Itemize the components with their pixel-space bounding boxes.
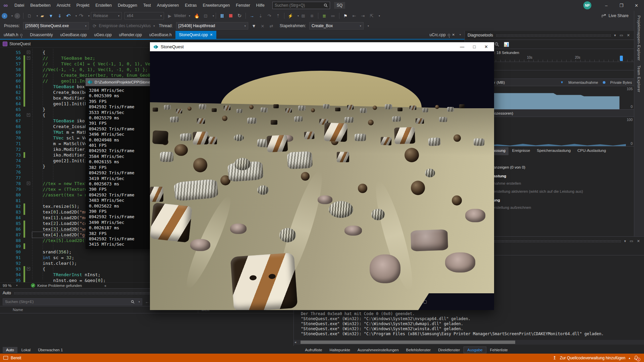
fold-toggle-icon[interactable]: − (27, 51, 30, 54)
notifications-bell-icon[interactable]: 1 (634, 355, 639, 360)
timeline-marker[interactable] (620, 56, 623, 61)
breakpoint-settings-icon[interactable]: ⚡ (286, 12, 294, 19)
live-share-label[interactable]: Live Share (608, 13, 629, 18)
diag-tab-ereignisse[interactable]: Ereignisse (509, 147, 533, 155)
scrollbar-thumb[interactable] (301, 341, 515, 344)
menu-item-erweiterungen[interactable]: Erweiterungen (200, 0, 233, 11)
restore-button[interactable]: ❐ (614, 0, 629, 11)
apply-code-changes-icon[interactable]: ⊡ (202, 12, 210, 19)
game-title-bar[interactable]: StoneQuest — □ ✕ (150, 42, 494, 51)
fold-toggle-icon[interactable]: − (27, 182, 30, 185)
new-file-dropdown[interactable]: ▾ (37, 14, 38, 17)
pin-panel-icon[interactable]: ▭ (630, 239, 634, 243)
fold-toggle-icon[interactable]: − (27, 56, 30, 60)
stop-icon[interactable] (227, 12, 235, 19)
game-viewport[interactable]: ▤ ▢ (150, 51, 494, 310)
quick-search-input[interactable]: Suchen (Strg+Q) (272, 2, 330, 9)
column-name[interactable]: Name (13, 308, 23, 312)
panel-tab-auto[interactable]: Auto (3, 347, 17, 353)
output-horizontal-scrollbar[interactable]: ◂ (294, 340, 644, 345)
game-close-button[interactable]: ✕ (484, 44, 488, 49)
game-window[interactable]: StoneQuest — □ ✕ ▤ ▢ (150, 42, 494, 310)
step-into-icon[interactable]: ⇣ (257, 12, 265, 19)
navigate-back-icon[interactable]: ‹ (0, 12, 8, 19)
comment-list-icon[interactable]: ≔ (329, 12, 337, 19)
navigate-back-dropdown[interactable]: ▾ (11, 14, 13, 17)
menu-item-ansicht[interactable]: Ansicht (54, 0, 73, 11)
solution-platform-select[interactable]: x64▾ (124, 12, 164, 19)
zoom-out-icon[interactable] (494, 42, 499, 47)
solution-explorer-vertical-tab[interactable]: Projektmappen-Explorer (637, 15, 641, 61)
tab-overflow-dropdown[interactable]: ▾ (460, 31, 461, 39)
solution-configuration-select[interactable]: Release▾ (91, 12, 122, 19)
navigate-forward-icon[interactable]: › (13, 12, 21, 19)
game-maximize-button[interactable]: □ (473, 44, 476, 49)
tab-ugeobase-h[interactable]: uGeoBase.h (146, 31, 175, 39)
redo-dropdown[interactable]: ▾ (88, 14, 90, 17)
fold-toggle-icon[interactable]: − (27, 267, 30, 270)
tab-urender-cpp[interactable]: uRender.cpp (115, 31, 146, 39)
tab-ugeobase-cpp[interactable]: uGeoBase.cpp (56, 31, 90, 39)
previous-bookmark-icon[interactable]: ⇤ (350, 12, 358, 19)
menu-item-datei[interactable]: Datei (11, 0, 27, 11)
diag-tab-speicherauslastung[interactable]: Speicherauslastung (534, 147, 574, 155)
prev-issue-icon[interactable]: ◂ (104, 283, 106, 288)
menu-item-projekt[interactable]: Projekt (73, 0, 93, 11)
pin-icon[interactable] (448, 34, 450, 36)
panel-tab-direktfenster[interactable]: Direktfenster (435, 347, 463, 353)
menu-item-erstellen[interactable]: Erstellen (93, 0, 115, 11)
step-out-icon[interactable]: ⇡ (274, 12, 282, 19)
redo-icon[interactable]: ↷ (77, 12, 85, 19)
search-prev-icon[interactable]: ← (145, 299, 149, 304)
panel-drag-area[interactable] (496, 34, 611, 37)
show-next-statement-icon[interactable]: → (248, 12, 256, 19)
close-panel-icon[interactable]: ✕ (627, 33, 631, 37)
close-tab-icon[interactable]: ✕ (210, 31, 213, 39)
process-select[interactable]: [25580] StoneQuest.exe▾ (23, 22, 89, 29)
restart-icon[interactable]: ↻ (235, 12, 244, 19)
user-avatar[interactable]: NP (583, 1, 591, 9)
save-icon[interactable]: ▼ (47, 12, 55, 19)
chart-options-icon[interactable]: 📊 (504, 42, 509, 47)
bookmark-icon[interactable]: ⚑ (341, 12, 350, 19)
continue-label[interactable]: Weiter (174, 13, 186, 18)
menu-item-hilfe[interactable]: Hilfe (253, 0, 268, 11)
menu-item-fenster[interactable]: Fenster (233, 0, 253, 11)
unflag-threads-icon[interactable]: ⨯ (259, 22, 267, 29)
menu-item-bearbeiten[interactable]: Bearbeiten (27, 0, 53, 11)
code-map-icon[interactable]: ⊞ (299, 12, 307, 19)
panel-tab-fehlerliste[interactable]: Fehlerliste (487, 347, 511, 353)
menu-item-test[interactable]: Test (140, 0, 154, 11)
menu-item-extras[interactable]: Extras (182, 0, 200, 11)
continue-dropdown[interactable]: ▾ (189, 14, 190, 17)
window-position-icon[interactable]: ▾ (614, 33, 618, 37)
menu-item-debuggen[interactable]: Debuggen (115, 0, 140, 11)
panel-tab-befehlsfenster[interactable]: Befehlsfenster (403, 347, 434, 353)
open-file-icon[interactable]: ▰ (38, 12, 46, 19)
hot-reload-icon[interactable]: 🔥 (193, 12, 201, 19)
close-tab-icon[interactable]: ✕ (452, 31, 455, 39)
line-list-icon[interactable]: ≣ (320, 12, 328, 19)
pin-icon[interactable] (20, 34, 22, 36)
panel-tab-haltepunkte[interactable]: Haltepunkte (326, 347, 353, 353)
game-minimize-button[interactable]: — (460, 44, 464, 49)
panel-tab-ausnahmeeinstellungen[interactable]: Ausnahmeeinstellungen (354, 347, 402, 353)
tab-ucrc-cpp[interactable]: uCrc.cpp ✕ ▾ (426, 31, 465, 39)
next-bookmark-icon[interactable]: ⇥ (359, 12, 367, 19)
zoom-level-select[interactable]: 99 % (3, 284, 11, 288)
new-file-icon[interactable]: 🗋 (25, 12, 34, 19)
fold-toggle-icon[interactable]: − (27, 113, 30, 117)
pause-icon[interactable] (218, 12, 226, 19)
step-over-icon[interactable]: ↷ (265, 12, 273, 19)
save-all-icon[interactable]: ⇓ (56, 12, 64, 19)
clear-bookmarks-icon[interactable]: ⇱ (368, 12, 376, 19)
lifecycle-events-select[interactable]: Ereignisse des Lebenszyklus (99, 23, 151, 28)
continue-icon[interactable]: ▶ (166, 12, 174, 19)
add-to-source-control-button[interactable]: Zur Quellcodeverwaltung hinzufügen (560, 356, 625, 360)
menu-item-analysieren[interactable]: Analysieren (154, 0, 182, 11)
pin-panel-icon[interactable]: ▭ (620, 33, 624, 37)
toggle-flagged-icon[interactable]: ⇄ (267, 22, 275, 29)
tab-disassembly[interactable]: Disassembly (26, 31, 56, 39)
close-button[interactable]: ✕ (629, 0, 644, 11)
thread-select[interactable]: [25408] Hauptthread▾ (176, 22, 248, 29)
